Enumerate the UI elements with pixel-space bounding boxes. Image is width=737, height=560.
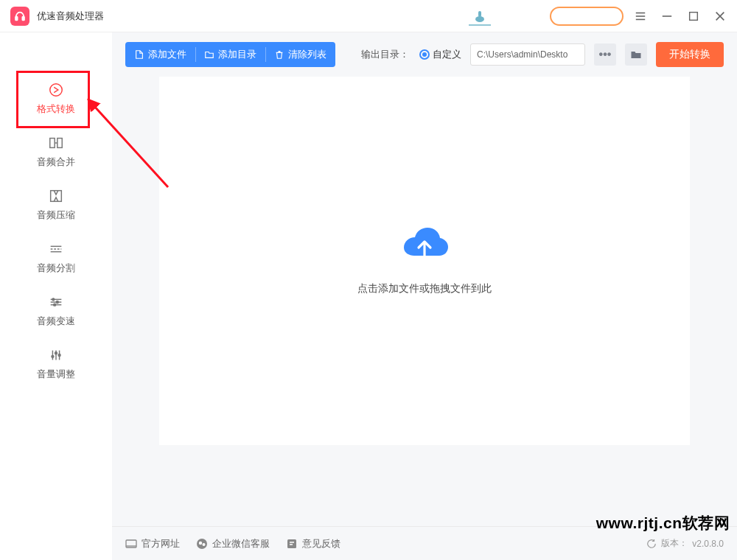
cloud-upload-icon [398,226,451,266]
svg-point-30 [55,352,57,354]
output-custom-radio[interactable]: 自定义 [418,48,461,61]
version-info[interactable]: 版本： v2.0.8.0 [646,537,724,550]
wechat-support-link[interactable]: 企业微信客服 [196,537,270,550]
sidebar-item-merge[interactable]: 音频合并 [0,127,112,177]
svg-point-29 [52,355,54,357]
sidebar: 格式转换 音频合并 音频压缩 音频分割 音频变速 音量调整 [0,32,112,560]
sidebar-item-format-convert[interactable]: 格式转换 [0,74,112,124]
svg-rect-37 [287,539,296,548]
sidebar-item-speed[interactable]: 音频变速 [0,286,112,336]
sidebar-item-label: 音频压缩 [37,209,75,222]
svg-rect-16 [51,191,62,202]
sidebar-item-label: 音量调整 [37,368,75,381]
sidebar-item-label: 音频分割 [37,262,75,275]
svg-rect-0 [15,16,18,20]
svg-point-34 [197,539,207,549]
convert-icon [48,82,64,98]
svg-rect-4 [478,11,481,17]
decoration-blob [469,6,491,27]
toolbar: 添加文件 添加目录 清除列表 输出目录： 自定义 C:\Users\admin\… [112,32,737,77]
sidebar-item-label: 音频合并 [37,155,75,169]
app-title: 优速音频处理器 [37,10,104,23]
add-folder-label: 添加目录 [218,48,256,61]
svg-point-3 [475,16,484,22]
svg-rect-14 [57,139,62,148]
more-button[interactable]: ••• [594,43,616,66]
clear-list-label: 清除列表 [288,48,326,61]
add-folder-button[interactable]: 添加目录 [195,42,265,67]
merge-icon [48,135,64,151]
drop-zone-text: 点击添加文件或拖拽文件到此 [357,282,492,295]
add-file-label: 添加文件 [148,48,186,61]
hamburger-icon[interactable] [634,10,647,23]
output-dir-label: 输出目录： [361,48,409,61]
titlebar: 优速音频处理器 [0,0,737,32]
promo-pill[interactable] [550,7,624,26]
clear-list-button[interactable]: 清除列表 [265,42,335,67]
svg-rect-9 [690,12,698,20]
open-folder-button[interactable] [625,43,647,66]
start-convert-button[interactable]: 开始转换 [656,42,724,67]
minimize-icon[interactable] [660,10,674,23]
drop-zone[interactable]: 点击添加文件或拖拽文件到此 [159,77,690,445]
svg-point-23 [52,298,55,301]
output-option-label: 自定义 [433,48,461,61]
speed-icon [48,294,64,310]
output-path-field[interactable]: C:\Users\admin\Deskto [470,43,585,66]
feedback-icon [286,538,298,550]
svg-point-35 [199,541,202,544]
svg-rect-1 [22,16,24,20]
radio-checked-icon [419,49,430,60]
sidebar-item-volume[interactable]: 音量调整 [0,339,112,389]
svg-rect-13 [50,139,55,148]
svg-point-31 [58,354,60,357]
official-site-link[interactable]: 官方网址 [125,537,180,550]
svg-point-25 [54,304,56,306]
feedback-link[interactable]: 意见反馈 [286,537,340,550]
sidebar-item-compress[interactable]: 音频压缩 [0,180,112,230]
start-label: 开始转换 [669,48,710,61]
sidebar-item-split[interactable]: 音频分割 [0,233,112,283]
site-icon [125,538,137,550]
folder-icon [630,49,642,60]
ellipsis-icon: ••• [599,48,612,61]
split-icon [48,241,64,257]
close-icon[interactable] [713,10,727,23]
compress-icon [48,188,64,204]
refresh-icon [646,539,657,549]
svg-point-36 [203,543,206,546]
add-file-button[interactable]: 添加文件 [125,42,195,67]
wechat-icon [196,538,208,550]
maximize-icon[interactable] [687,10,700,23]
app-logo-icon [10,7,29,26]
volume-icon [48,347,64,363]
watermark-text: www.rjtj.cn软荐网 [596,513,730,533]
sidebar-item-label: 格式转换 [37,102,75,116]
main-panel: 添加文件 添加目录 清除列表 输出目录： 自定义 C:\Users\admin\… [112,32,737,560]
svg-point-12 [50,84,63,97]
sidebar-item-label: 音频变速 [37,315,75,328]
svg-point-24 [56,301,58,304]
